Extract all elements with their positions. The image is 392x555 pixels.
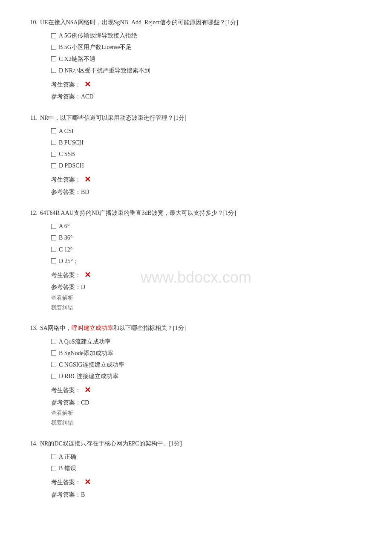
option-checkbox-D[interactable] — [51, 374, 56, 379]
ref-answer: 参考答案：BD — [26, 187, 366, 197]
student-answer-label: 考生答案： — [51, 174, 81, 185]
option-label: B 5G小区用户数License不足 — [59, 42, 132, 52]
option-row-A: A 6° — [51, 221, 366, 231]
question-title-10: 10.UE在接入NSA网络时，出现SgNB_Add_Reject信令的可能原因有… — [26, 17, 366, 28]
analysis-link[interactable]: 查看解析 — [26, 293, 366, 303]
option-checkbox-B[interactable] — [51, 350, 56, 356]
option-label: A 正确 — [59, 451, 76, 462]
option-checkbox-A[interactable] — [51, 224, 56, 229]
student-answer-row: 考生答案：✕ — [26, 475, 366, 489]
option-checkbox-C[interactable] — [51, 152, 56, 157]
question-text: SA网络中，呼叫建立成功率和以下哪些指标相关？[1分] — [40, 323, 186, 333]
option-row-C: C NGSIG连接建立成功率 — [51, 359, 366, 370]
option-label: D RRC连接建立成功率 — [59, 371, 118, 382]
option-checkbox-C[interactable] — [51, 56, 56, 61]
option-label: A CSI — [59, 126, 74, 136]
option-label: D NR小区受干扰严重导致搜索不到 — [59, 65, 150, 76]
question-title-12: 12.64T64R AAU支持的NR广播波束的垂直3dB波宽，最大可以支持多少？… — [26, 208, 366, 218]
options-list: A CSIB PUSCHC SSBD PDSCH — [26, 126, 366, 171]
student-answer-row: 考生答案：✕ — [26, 383, 366, 397]
option-label: A 6° — [59, 221, 69, 231]
option-checkbox-C[interactable] — [51, 362, 56, 367]
questions-container: 10.UE在接入NSA网络时，出现SgNB_Add_Reject信令的可能原因有… — [26, 17, 366, 500]
option-row-B: B 错误 — [51, 463, 366, 474]
question-block-11: 11.NR中，以下哪些信道可以采用动态波束进行管理？[1分]A CSIB PUS… — [26, 113, 366, 198]
question-block-13: 13.SA网络中，呼叫建立成功率和以下哪些指标相关？[1分]A QoS流建立成功… — [26, 323, 366, 428]
student-answer-row: 考生答案：✕ — [26, 78, 366, 91]
option-label: C NGSIG连接建立成功率 — [59, 359, 124, 370]
option-row-A: A 正确 — [51, 451, 366, 462]
question-num: 11. — [26, 113, 37, 123]
option-checkbox-D[interactable] — [51, 258, 56, 263]
ref-answer: 参考答案：D — [26, 282, 366, 292]
correct-link[interactable]: 我要纠错 — [26, 418, 366, 428]
option-checkbox-B[interactable] — [51, 140, 56, 145]
options-list: A 正确B 错误 — [26, 451, 366, 474]
wrong-icon: ✕ — [84, 78, 91, 91]
option-checkbox-A[interactable] — [51, 128, 56, 133]
student-answer-label: 考生答案： — [51, 79, 81, 90]
question-block-10: 10.UE在接入NSA网络时，出现SgNB_Add_Reject信令的可能原因有… — [26, 17, 366, 102]
wrong-icon: ✕ — [84, 173, 91, 186]
option-label: D PDSCH — [59, 160, 84, 171]
option-checkbox-C[interactable] — [51, 247, 56, 252]
option-label: B PUSCH — [59, 137, 84, 148]
option-checkbox-B[interactable] — [51, 45, 56, 50]
question-num: 10. — [26, 17, 37, 28]
option-checkbox-A[interactable] — [51, 33, 56, 38]
option-label: C SSB — [59, 149, 75, 159]
option-row-D: D NR小区受干扰严重导致搜索不到 — [51, 65, 366, 76]
wrong-icon: ✕ — [84, 268, 91, 282]
student-answer-row: 考生答案：✕ — [26, 268, 366, 282]
option-label: B 错误 — [59, 463, 76, 474]
options-list: A 5G例传输故障导致接入拒绝B 5G小区用户数License不足C X2链路不… — [26, 30, 366, 76]
option-label: B SgNode添加成功率 — [59, 348, 113, 358]
student-answer-label: 考生答案： — [51, 477, 81, 488]
wrong-icon: ✕ — [84, 383, 91, 397]
option-row-B: B 5G小区用户数License不足 — [51, 42, 366, 52]
question-num: 12. — [26, 208, 37, 218]
option-row-D: D PDSCH — [51, 160, 366, 171]
option-checkbox-B[interactable] — [51, 235, 56, 240]
correct-link[interactable]: 我要纠错 — [26, 303, 366, 312]
option-checkbox-A[interactable] — [51, 339, 56, 344]
question-title-11: 11.NR中，以下哪些信道可以采用动态波束进行管理？[1分] — [26, 113, 366, 123]
question-title-13: 13.SA网络中，呼叫建立成功率和以下哪些指标相关？[1分] — [26, 323, 366, 333]
option-label: A 5G例传输故障导致接入拒绝 — [59, 30, 137, 41]
option-label: C X2链路不通 — [59, 54, 95, 64]
analysis-link[interactable]: 查看解析 — [26, 408, 366, 418]
option-label: D 25°； — [59, 256, 79, 266]
option-row-C: C 12° — [51, 244, 366, 255]
options-list: A 6°B 36°C 12°D 25°； — [26, 221, 366, 266]
question-text: 64T64R AAU支持的NR广播波束的垂直3dB波宽，最大可以支持多少？[1分… — [40, 208, 236, 218]
student-answer-label: 考生答案： — [51, 385, 81, 396]
student-answer-label: 考生答案： — [51, 270, 81, 280]
option-label: C 12° — [59, 244, 72, 255]
option-row-A: A 5G例传输故障导致接入拒绝 — [51, 30, 366, 41]
option-checkbox-B[interactable] — [51, 466, 56, 471]
ref-answer: 参考答案：B — [26, 489, 366, 500]
option-checkbox-A[interactable] — [51, 454, 56, 459]
options-list: A QoS流建立成功率B SgNode添加成功率C NGSIG连接建立成功率D … — [26, 336, 366, 382]
wrong-icon: ✕ — [84, 475, 91, 489]
ref-answer: 参考答案：CD — [26, 397, 366, 408]
question-num: 13. — [26, 323, 37, 333]
option-row-C: C SSB — [51, 149, 366, 159]
option-row-A: A CSI — [51, 126, 366, 136]
option-label: A QoS流建立成功率 — [59, 336, 111, 347]
question-num: 14. — [26, 438, 37, 449]
option-row-D: D 25°； — [51, 256, 366, 266]
question-block-12: 12.64T64R AAU支持的NR广播波束的垂直3dB波宽，最大可以支持多少？… — [26, 208, 366, 312]
option-label: B 36° — [59, 232, 72, 243]
option-row-B: B PUSCH — [51, 137, 366, 148]
question-text: NR的DC双连接只存在于核心网为EPC的架构中。[1分] — [40, 438, 182, 449]
option-checkbox-D[interactable] — [51, 163, 56, 168]
option-row-B: B SgNode添加成功率 — [51, 348, 366, 358]
question-title-14: 14.NR的DC双连接只存在于核心网为EPC的架构中。[1分] — [26, 438, 366, 449]
option-checkbox-D[interactable] — [51, 68, 56, 73]
ref-answer: 参考答案：ACD — [26, 91, 366, 102]
question-text: UE在接入NSA网络时，出现SgNB_Add_Reject信令的可能原因有哪些？… — [40, 17, 238, 28]
option-row-B: B 36° — [51, 232, 366, 243]
student-answer-row: 考生答案：✕ — [26, 173, 366, 186]
question-block-14: 14.NR的DC双连接只存在于核心网为EPC的架构中。[1分]A 正确B 错误考… — [26, 438, 366, 500]
